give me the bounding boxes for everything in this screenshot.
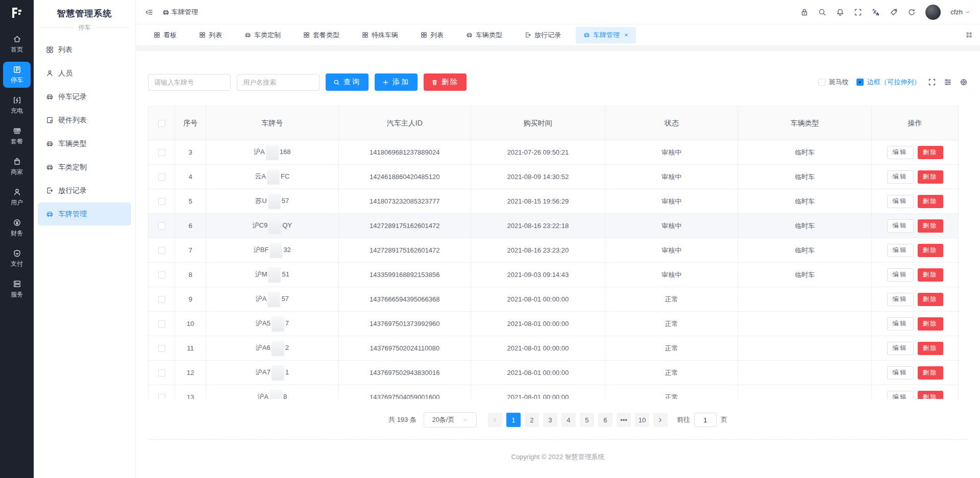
row-checkbox[interactable] xyxy=(158,149,165,156)
page-button-3[interactable]: 3 xyxy=(543,413,557,427)
rail-item-finance[interactable]: 财务 xyxy=(3,215,31,241)
cell-status: 审核中 xyxy=(605,214,738,238)
sidebar-item-release-records[interactable]: 放行记录 xyxy=(38,179,131,202)
fullscreen-icon[interactable] xyxy=(854,8,862,16)
row-checkbox[interactable] xyxy=(158,369,165,376)
sidebar-item-parking-records[interactable]: 停车记录 xyxy=(38,85,131,108)
delete-row-button[interactable]: 删除 xyxy=(918,293,943,306)
edit-row-button[interactable]: 编辑 xyxy=(887,342,914,355)
table-row: 8沪M5114335991688921538562021-09-03 09:14… xyxy=(149,263,959,287)
delete-row-button[interactable]: 删除 xyxy=(918,195,943,208)
rail-item-home[interactable]: 首页 xyxy=(3,31,31,57)
delete-row-button[interactable]: 删除 xyxy=(918,170,943,184)
tab-dashboard[interactable]: 看板 xyxy=(146,27,184,43)
edit-row-button[interactable]: 编辑 xyxy=(887,219,914,233)
page-buttons: 123456•••10 xyxy=(506,413,649,427)
page-size-select[interactable]: 20条/页 xyxy=(424,412,477,427)
tab-vehicle-type[interactable]: 车辆类型 xyxy=(458,27,510,43)
page-button-1[interactable]: 1 xyxy=(506,413,521,427)
cell-owner-id: 1427289175162601472 xyxy=(338,238,471,263)
edit-row-button[interactable]: 编辑 xyxy=(887,268,914,282)
edit-row-button[interactable]: 编辑 xyxy=(887,244,914,257)
edit-row-button[interactable]: 编辑 xyxy=(887,195,914,208)
goto-page-input[interactable] xyxy=(694,413,717,427)
edit-row-button[interactable]: 编辑 xyxy=(887,317,914,331)
delete-row-button[interactable]: 删除 xyxy=(918,391,943,399)
app-logo[interactable] xyxy=(0,0,34,27)
tab-list-2[interactable]: 列表 xyxy=(413,27,451,43)
row-checkbox[interactable] xyxy=(158,173,165,181)
delete-row-button[interactable]: 删除 xyxy=(918,317,943,331)
delete-row-button[interactable]: 删除 xyxy=(918,146,943,159)
tab-vehicle-class-custom[interactable]: 车类定制 xyxy=(237,27,288,43)
refresh-icon[interactable] xyxy=(908,8,916,16)
sidebar-item-personnel[interactable]: 人员 xyxy=(38,62,131,85)
sidebar-item-vehicle-type[interactable]: 车辆类型 xyxy=(38,132,131,155)
sidebar-item-vehicle-class-custom[interactable]: 车类定制 xyxy=(38,156,131,179)
tabs-grid-icon[interactable] xyxy=(965,31,973,39)
translate-icon[interactable] xyxy=(872,8,880,16)
sidebar-item-list[interactable]: 列表 xyxy=(38,38,131,61)
total-count: 共 193 条 xyxy=(388,415,416,424)
edit-row-button[interactable]: 编辑 xyxy=(887,366,914,380)
page-button-10[interactable]: 10 xyxy=(635,413,649,427)
plate-search-input[interactable] xyxy=(148,74,231,91)
rail-item-parking[interactable]: 停车 xyxy=(3,62,31,88)
rail-item-charging[interactable]: 充电 xyxy=(3,92,31,118)
page-button-4[interactable]: 4 xyxy=(561,413,576,427)
row-checkbox[interactable] xyxy=(158,394,165,399)
tab-package-type[interactable]: 套餐类型 xyxy=(296,27,347,43)
page-button-6[interactable]: 6 xyxy=(598,413,612,427)
username-search-input[interactable] xyxy=(237,74,320,91)
tab-special-vehicle[interactable]: 特殊车辆 xyxy=(354,27,406,43)
delete-row-button[interactable]: 删除 xyxy=(918,366,943,380)
table-fullscreen-icon[interactable] xyxy=(928,78,936,86)
user-menu[interactable]: cfzh xyxy=(950,8,971,16)
delete-button[interactable]: 删除 xyxy=(424,73,467,91)
close-icon[interactable]: × xyxy=(624,32,628,38)
search-icon[interactable] xyxy=(818,8,826,16)
row-checkbox[interactable] xyxy=(158,271,165,279)
select-all-checkbox[interactable] xyxy=(158,120,165,127)
zebra-checkbox[interactable]: 斑马纹 xyxy=(818,78,849,87)
more-pages-button[interactable]: ••• xyxy=(617,413,631,427)
delete-row-button[interactable]: 删除 xyxy=(918,219,943,233)
edit-row-button[interactable]: 编辑 xyxy=(887,391,914,399)
rail-item-package[interactable]: 套餐 xyxy=(3,123,31,149)
row-checkbox[interactable] xyxy=(158,198,165,205)
rail-item-user[interactable]: 用户 xyxy=(3,184,31,210)
sidebar-item-hardware-list[interactable]: 硬件列表 xyxy=(38,109,131,132)
tab-release-records[interactable]: 放行记录 xyxy=(517,27,569,43)
menu-fold-icon[interactable] xyxy=(145,8,153,16)
rail-item-merchant[interactable]: 商家 xyxy=(3,154,31,180)
tab-plate-management[interactable]: 车牌管理× xyxy=(576,27,636,43)
page-button-2[interactable]: 2 xyxy=(525,413,539,427)
avatar[interactable] xyxy=(925,5,941,20)
rail-item-service[interactable]: 服务 xyxy=(3,276,31,302)
edit-row-button[interactable]: 编辑 xyxy=(887,170,914,184)
add-button[interactable]: 添加 xyxy=(375,73,418,91)
edit-row-button[interactable]: 编辑 xyxy=(887,293,914,306)
gear-icon[interactable] xyxy=(960,78,968,86)
query-button[interactable]: 查询 xyxy=(326,73,369,91)
row-checkbox[interactable] xyxy=(158,345,165,352)
row-checkbox[interactable] xyxy=(158,320,165,328)
prev-page-button[interactable] xyxy=(488,413,502,427)
row-checkbox[interactable] xyxy=(158,222,165,230)
page-button-5[interactable]: 5 xyxy=(580,413,594,427)
bell-icon[interactable] xyxy=(836,8,844,16)
row-checkbox[interactable] xyxy=(158,296,165,303)
edit-row-button[interactable]: 编辑 xyxy=(887,146,914,159)
tab-list[interactable]: 列表 xyxy=(191,27,230,43)
column-settings-icon[interactable] xyxy=(944,78,952,86)
sidebar-item-plate-management[interactable]: 车牌管理 xyxy=(38,203,131,225)
rail-item-payment[interactable]: 支付 xyxy=(3,245,31,271)
next-page-button[interactable] xyxy=(653,413,668,427)
tag-icon[interactable] xyxy=(890,8,898,16)
delete-row-button[interactable]: 删除 xyxy=(918,342,943,355)
delete-row-button[interactable]: 删除 xyxy=(918,268,943,282)
lock-icon[interactable] xyxy=(800,8,808,16)
border-checkbox[interactable]: 边框（可拉伸列） xyxy=(856,78,920,87)
delete-row-button[interactable]: 删除 xyxy=(918,244,943,257)
row-checkbox[interactable] xyxy=(158,247,165,254)
